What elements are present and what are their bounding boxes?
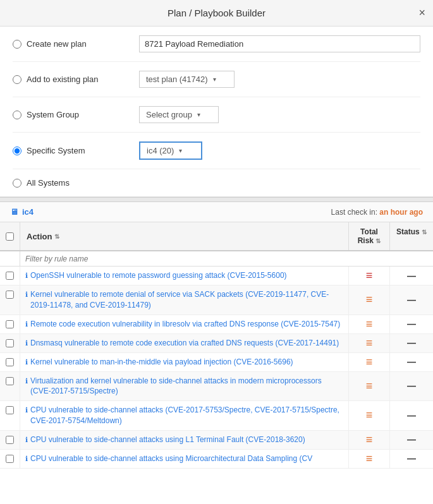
system-group-input-area: Select group ▾	[139, 106, 420, 123]
col-status-header[interactable]: Status ⇅	[390, 222, 433, 250]
add-existing-label[interactable]: Add to existing plan	[13, 75, 139, 84]
row-risk-cell: ≡	[349, 315, 390, 333]
status-dash: —	[407, 453, 416, 464]
col-action-header: Action ⇅	[20, 222, 349, 250]
status-dash: —	[407, 295, 416, 305]
row-checkbox[interactable]	[6, 377, 14, 385]
system-group-radio[interactable]	[13, 111, 21, 119]
row-action-cell: ℹ Virtualization and kernel vulnerable t…	[20, 372, 349, 401]
row-risk-cell: ≡	[349, 334, 390, 352]
action-link[interactable]: OpenSSH vulnerable to remote password gu…	[30, 270, 287, 281]
action-link[interactable]: Dnsmasq vulnerable to remote code execut…	[30, 338, 339, 349]
form-section: Create new plan Add to existing plan tes…	[0, 27, 433, 197]
risk-icon: ≡	[366, 293, 373, 306]
system-group-dropdown[interactable]: Select group ▾	[139, 106, 219, 123]
action-link[interactable]: CPU vulnerable to side-channel attacks u…	[30, 435, 305, 445]
modal-header: Plan / Playbook Builder ×	[0, 0, 433, 27]
add-existing-radio[interactable]	[13, 75, 21, 84]
checkin-info: Last check in: an hour ago	[331, 208, 423, 217]
action-link[interactable]: Kernel vulnerable to remote denial of se…	[30, 289, 343, 311]
row-checkbox[interactable]	[6, 406, 14, 414]
row-checkbox[interactable]	[6, 339, 14, 347]
row-action-cell: ℹ CPU vulnerable to side-channel attacks…	[20, 401, 349, 430]
filter-input[interactable]	[25, 255, 428, 263]
close-button[interactable]: ×	[418, 6, 425, 20]
row-checkbox[interactable]	[6, 320, 14, 328]
add-existing-input-area: test plan (41742) ▾	[139, 71, 420, 88]
row-checkbox[interactable]	[6, 272, 14, 280]
info-icon: ℹ	[25, 271, 28, 280]
row-checkbox[interactable]	[6, 455, 14, 463]
row-action-cell: ℹ Kernel vulnerable to man-in-the-middle…	[20, 353, 349, 371]
action-link[interactable]: Remote code execution vulnerability in l…	[30, 319, 340, 330]
create-plan-label[interactable]: Create new plan	[13, 39, 139, 49]
system-group-label[interactable]: System Group	[13, 110, 139, 119]
status-dash: —	[407, 319, 416, 329]
row-checkbox-cell	[0, 353, 20, 371]
action-link[interactable]: Virtualization and kernel vulnerable to …	[30, 376, 343, 397]
specific-system-label[interactable]: Specific System	[13, 146, 139, 155]
info-icon: ℹ	[25, 454, 28, 464]
chevron-down-icon: ▾	[197, 111, 200, 118]
row-status-cell: —	[390, 267, 433, 285]
specific-system-input-area: ic4 (20) ▾	[139, 141, 420, 160]
status-dash: —	[407, 381, 416, 391]
filter-row	[0, 251, 433, 267]
row-checkbox[interactable]	[6, 436, 14, 444]
table-row: ℹ CPU vulnerable to side-channel attacks…	[0, 401, 433, 431]
action-link[interactable]: CPU vulnerable to side-channel attacks u…	[30, 453, 312, 464]
row-risk-cell: ≡	[349, 285, 390, 315]
specific-system-radio[interactable]	[13, 147, 21, 155]
all-systems-radio[interactable]	[13, 179, 21, 188]
row-action-cell: ℹ OpenSSH vulnerable to remote password …	[20, 267, 349, 285]
table-row: ℹ Dnsmasq vulnerable to remote code exec…	[0, 334, 433, 353]
table-container: Action ⇅ Total Risk ⇅ Status ⇅	[0, 222, 433, 469]
monitor-icon: 🖥	[10, 207, 18, 217]
info-icon: ℹ	[25, 339, 28, 348]
col-check-header	[0, 222, 20, 250]
row-checkbox-cell	[0, 372, 20, 401]
row-checkbox-cell	[0, 334, 20, 352]
action-link[interactable]: CPU vulnerable to side-channel attacks (…	[30, 405, 343, 426]
row-status-cell: —	[390, 401, 433, 430]
all-systems-row: All Systems	[13, 169, 420, 196]
row-checkbox-cell	[0, 267, 20, 285]
create-plan-radio[interactable]	[13, 40, 21, 49]
row-risk-cell: ≡	[349, 401, 390, 430]
table-row: ℹ Kernel vulnerable to man-in-the-middle…	[0, 353, 433, 372]
table-rows: ℹ OpenSSH vulnerable to remote password …	[0, 267, 433, 469]
row-checkbox[interactable]	[6, 358, 14, 366]
col-risk-header[interactable]: Total Risk ⇅	[349, 222, 390, 250]
status-dash: —	[407, 271, 416, 281]
specific-system-row: Specific System ic4 (20) ▾	[13, 133, 420, 169]
status-dash: —	[407, 411, 416, 421]
info-icon: ℹ	[25, 435, 28, 445]
row-checkbox-cell	[0, 285, 20, 315]
create-plan-row: Create new plan	[13, 27, 420, 62]
row-action-cell: ℹ Remote code execution vulnerability in…	[20, 315, 349, 333]
row-status-cell: —	[390, 334, 433, 352]
create-plan-input[interactable]	[139, 35, 420, 52]
status-dash: —	[407, 338, 416, 348]
add-existing-row: Add to existing plan test plan (41742) ▾	[13, 62, 420, 97]
row-checkbox[interactable]	[6, 291, 14, 299]
select-all-checkbox[interactable]	[6, 232, 14, 241]
row-risk-cell: ≡	[349, 450, 390, 468]
table-row: ℹ OpenSSH vulnerable to remote password …	[0, 267, 433, 285]
row-action-cell: ℹ Dnsmasq vulnerable to remote code exec…	[20, 334, 349, 352]
section-divider	[0, 197, 433, 202]
add-existing-dropdown[interactable]: test plan (41742) ▾	[139, 71, 235, 88]
risk-icon: ≡	[366, 337, 373, 350]
specific-system-dropdown[interactable]: ic4 (20) ▾	[139, 141, 202, 160]
status-dash: —	[407, 435, 416, 445]
all-systems-label[interactable]: All Systems	[13, 178, 139, 188]
risk-sort-icon: ⇅	[375, 237, 381, 244]
create-plan-input-area	[139, 35, 420, 52]
row-risk-cell: ≡	[349, 372, 390, 401]
info-icon: ℹ	[25, 290, 28, 299]
system-name: 🖥 ic4	[10, 207, 34, 217]
risk-icon: ≡	[366, 452, 373, 465]
table-row: ℹ Virtualization and kernel vulnerable t…	[0, 372, 433, 402]
action-sort-button[interactable]: Action ⇅	[27, 232, 59, 241]
action-link[interactable]: Kernel vulnerable to man-in-the-middle v…	[30, 357, 293, 368]
